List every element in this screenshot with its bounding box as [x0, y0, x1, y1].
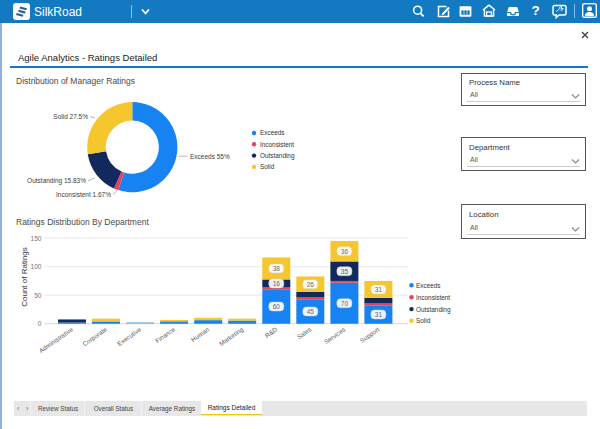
svg-text:100: 100: [30, 263, 41, 270]
svg-text:26: 26: [307, 281, 315, 288]
svg-text:50: 50: [34, 292, 42, 299]
svg-text:0: 0: [38, 320, 42, 327]
svg-text:Exceeds: Exceeds: [260, 129, 285, 136]
svg-text:31: 31: [375, 311, 383, 318]
svg-text:Outstanding 15.83%: Outstanding 15.83%: [27, 177, 86, 185]
svg-text:Human: Human: [190, 325, 211, 343]
svg-text:35: 35: [341, 268, 349, 275]
svg-text:Inconsistent 1.67%: Inconsistent 1.67%: [56, 191, 111, 198]
svg-text:38: 38: [273, 265, 281, 272]
svg-text:Outstanding: Outstanding: [416, 306, 451, 314]
svg-text:Corporate: Corporate: [81, 325, 109, 348]
svg-text:Count of Ratings: Count of Ratings: [20, 247, 29, 307]
svg-text:150: 150: [30, 235, 41, 242]
svg-text:Finance: Finance: [154, 325, 177, 344]
svg-text:Marketing: Marketing: [218, 325, 246, 348]
svg-text:60: 60: [273, 303, 281, 310]
svg-text:Executive: Executive: [116, 325, 143, 347]
svg-text:Solid 27.5%: Solid 27.5%: [53, 113, 88, 120]
svg-text:Distribution of Manager Rating: Distribution of Manager Ratings: [16, 76, 135, 86]
svg-text:Solid: Solid: [260, 163, 275, 170]
svg-text:Sales: Sales: [295, 326, 312, 341]
svg-text:Inconsistent: Inconsistent: [416, 294, 450, 301]
svg-text:Solid: Solid: [416, 317, 431, 324]
svg-text:R&D: R&D: [263, 325, 278, 339]
svg-text:Support: Support: [358, 325, 381, 344]
svg-text:36: 36: [341, 248, 349, 255]
svg-text:Administrative: Administrative: [38, 325, 75, 354]
svg-text:70: 70: [341, 300, 349, 307]
svg-text:Services: Services: [323, 326, 347, 346]
svg-text:45: 45: [307, 308, 315, 315]
svg-text:Ratings Distribution By Depart: Ratings Distribution By Department: [16, 217, 149, 227]
svg-text:Inconsistent: Inconsistent: [260, 141, 294, 148]
svg-text:Exceeds 55%: Exceeds 55%: [190, 153, 230, 160]
svg-text:Outstanding: Outstanding: [260, 152, 295, 160]
svg-text:31: 31: [375, 286, 383, 293]
svg-text:Exceeds: Exceeds: [416, 282, 441, 289]
svg-text:16: 16: [273, 280, 281, 287]
